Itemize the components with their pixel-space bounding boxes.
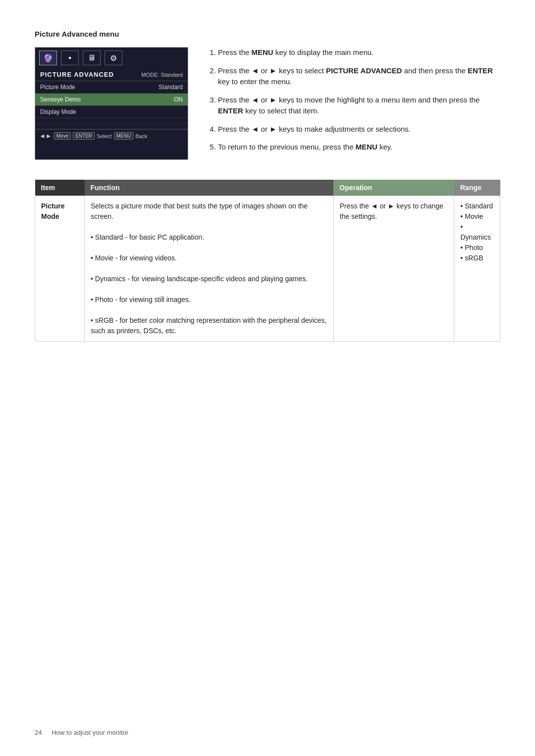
footer-arrows: ◄►: [39, 132, 52, 140]
instruction-2: Press the ◄ or ► keys to select PICTURE …: [218, 65, 500, 88]
instruction-3: Press the ◄ or ► keys to move the highli…: [218, 95, 500, 117]
key-picture-advanced: PICTURE ADVANCED: [326, 66, 402, 75]
menu-header-mode: MODE: Standard: [141, 72, 183, 78]
menu-row-1: Picture Mode Standard: [35, 81, 188, 94]
menu-icons-row: 🔮 ▪ 🖥 ⚙: [35, 48, 188, 68]
main-table: Item Function Operation Range Picture Mo…: [35, 180, 500, 342]
menu-row-label-1: Picture Mode: [40, 84, 75, 91]
menu-icon-3: 🖥: [83, 50, 101, 65]
menu-row-4: [35, 118, 188, 124]
page-footer: 24 How to adjust your monitor: [35, 729, 500, 736]
menu-row-label-2: Senseye Demo: [40, 96, 81, 103]
enter-key: ENTER: [73, 132, 95, 140]
page-label: How to adjust your monitor: [52, 729, 128, 736]
key-menu-1: MENU: [252, 48, 273, 56]
cell-function: Selects a picture mode that best suits t…: [85, 196, 334, 341]
col-operation: Operation: [333, 180, 454, 196]
menu-header-title: PICTURE ADVANCED: [40, 71, 114, 78]
menu-mockup: 🔮 ▪ 🖥 ⚙ PICTURE ADVANCED MODE: Standard …: [35, 47, 188, 160]
menu-header-row: PICTURE ADVANCED MODE: Standard: [35, 68, 188, 81]
table-row: Picture Mode Selects a picture mode that…: [35, 196, 500, 341]
instruction-1: Press the MENU key to display the main m…: [218, 47, 500, 58]
top-area: 🔮 ▪ 🖥 ⚙ PICTURE ADVANCED MODE: Standard …: [35, 47, 500, 160]
key-menu-2: MENU: [356, 143, 377, 151]
menu-row-2: Senseye Demo ON: [35, 94, 188, 106]
menu-icon-1: 🔮: [39, 50, 57, 65]
col-range: Range: [454, 180, 500, 196]
cell-operation: Press the ◄ or ► keys to change the sett…: [333, 196, 454, 341]
key-enter-1: ENTER: [468, 66, 493, 75]
menu-key: MENU: [114, 132, 133, 140]
menu-row-label-3: Display Mode: [40, 108, 76, 115]
menu-row-5: [35, 124, 188, 129]
instructions-list: Press the MENU key to display the main m…: [208, 47, 500, 160]
col-item: Item: [35, 180, 85, 196]
menu-row-3: Display Mode: [35, 106, 188, 118]
instruction-5: To return to the previous menu, press th…: [218, 142, 500, 153]
menu-row-value-2: ON: [174, 96, 183, 103]
select-label: Select: [97, 133, 112, 139]
page-number: 24: [35, 729, 42, 736]
table-header-row: Item Function Operation Range: [35, 180, 500, 196]
back-label: Back: [135, 133, 147, 139]
cell-item: Picture Mode: [35, 196, 85, 341]
col-function: Function: [85, 180, 334, 196]
move-key: Move: [54, 132, 71, 140]
menu-row-value-1: Standard: [159, 84, 183, 91]
cell-range: • Standard • Movie • Dynamics • Photo • …: [454, 196, 500, 341]
menu-footer: ◄► Move ENTER Select MENU Back: [35, 129, 188, 142]
section-title: Picture Advanced menu: [35, 30, 500, 38]
instruction-4: Press the ◄ or ► keys to make adjustment…: [218, 124, 500, 135]
key-enter-2: ENTER: [218, 106, 243, 115]
menu-icon-2: ▪: [61, 50, 79, 65]
menu-icon-4: ⚙: [105, 50, 122, 65]
